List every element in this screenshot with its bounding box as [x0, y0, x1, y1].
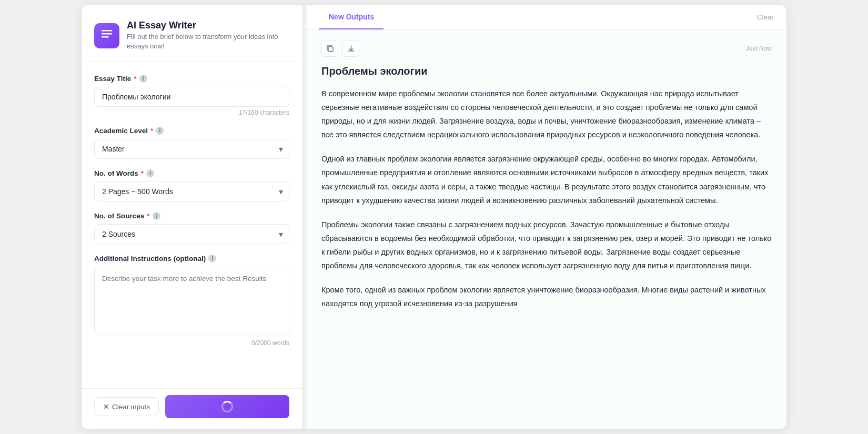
svg-rect-0 — [102, 30, 112, 32]
essay-paragraph-1: В современном мире проблемы экологии ста… — [321, 87, 772, 142]
no-of-sources-label: No. of Sources* i — [94, 212, 289, 220]
form-area: Essay Title* i 17/160 characters Academi… — [82, 62, 302, 388]
svg-rect-3 — [328, 47, 333, 52]
essay-title-char-count: 17/160 characters — [94, 109, 289, 116]
no-of-sources-select[interactable]: 1 Source 2 Sources 3 Sources 4 Sources 5… — [94, 224, 289, 244]
additional-instructions-info-icon[interactable]: i — [208, 255, 216, 263]
app-subtitle: Fill out the brief below to transform yo… — [127, 32, 289, 51]
academic-level-select-wrapper: High School Undergraduate Master PhD ▾ — [94, 139, 289, 159]
svg-rect-2 — [102, 36, 109, 38]
additional-instructions-word-count: 0/2000 words — [94, 339, 289, 347]
essay-title-info-icon[interactable]: i — [139, 75, 147, 83]
academic-level-group: Academic Level* i High School Undergradu… — [94, 127, 289, 159]
app-container: AI Essay Writer Fill out the brief below… — [82, 5, 786, 429]
essay-output-title: Проблемы экологии — [321, 65, 772, 77]
app-title: AI Essay Writer — [127, 20, 289, 31]
app-icon-symbol — [100, 27, 114, 44]
essay-paragraph-2: Одной из главных проблем экологии являет… — [321, 152, 772, 207]
app-icon — [94, 23, 119, 48]
output-timestamp: Just Now — [746, 45, 772, 52]
clear-output-button[interactable]: Clear — [757, 9, 774, 25]
essay-title-group: Essay Title* i 17/160 characters — [94, 75, 289, 116]
no-of-words-info-icon[interactable]: i — [146, 169, 154, 177]
output-card-header: Just Now — [321, 40, 772, 57]
no-of-sources-group: No. of Sources* i 1 Source 2 Sources 3 S… — [94, 212, 289, 244]
essay-title-label: Essay Title* i — [94, 75, 289, 83]
no-of-words-select-wrapper: 1 Page ~ 250 Words 2 Pages ~ 500 Words 3… — [94, 181, 289, 201]
essay-title-input[interactable] — [94, 87, 289, 107]
additional-instructions-textarea[interactable] — [94, 267, 289, 335]
tabs-left: New Outputs — [319, 5, 383, 29]
clear-inputs-button[interactable]: ✕ Clear inputs — [94, 397, 159, 416]
left-panel: AI Essay Writer Fill out the brief below… — [82, 5, 302, 429]
panel-divider — [302, 5, 307, 429]
tab-new-outputs[interactable]: New Outputs — [319, 5, 383, 29]
app-title-block: AI Essay Writer Fill out the brief below… — [127, 20, 289, 51]
form-footer: ✕ Clear inputs — [82, 388, 302, 429]
output-content: Just Now Проблемы экологии В современном… — [307, 29, 786, 429]
app-header: AI Essay Writer Fill out the brief below… — [82, 5, 302, 62]
no-of-words-group: No. of Words* i 1 Page ~ 250 Words 2 Pag… — [94, 169, 289, 201]
essay-paragraph-4: Кроме того, одной из важных проблем экол… — [321, 283, 772, 310]
additional-instructions-label: Additional Instructions (optional) i — [94, 255, 289, 263]
x-icon: ✕ — [103, 402, 109, 411]
academic-level-select[interactable]: High School Undergraduate Master PhD — [94, 139, 289, 159]
loading-spinner — [221, 401, 233, 412]
no-of-words-select[interactable]: 1 Page ~ 250 Words 2 Pages ~ 500 Words 3… — [94, 181, 289, 201]
right-panel: New Outputs Clear — [307, 5, 786, 429]
additional-instructions-group: Additional Instructions (optional) i 0/2… — [94, 255, 289, 347]
generate-button[interactable] — [165, 395, 289, 418]
svg-rect-1 — [102, 33, 112, 35]
no-of-sources-select-wrapper: 1 Source 2 Sources 3 Sources 4 Sources 5… — [94, 224, 289, 244]
output-card: Just Now Проблемы экологии В современном… — [307, 29, 786, 336]
academic-level-label: Academic Level* i — [94, 127, 289, 135]
copy-button[interactable] — [321, 40, 338, 57]
card-actions — [321, 40, 359, 57]
no-of-words-label: No. of Words* i — [94, 169, 289, 177]
output-tabs-bar: New Outputs Clear — [307, 5, 786, 29]
download-button[interactable] — [342, 40, 359, 57]
academic-level-info-icon[interactable]: i — [156, 127, 164, 135]
no-of-sources-info-icon[interactable]: i — [153, 212, 160, 220]
essay-paragraph-3: Проблемы экологии также связаны с загряз… — [321, 218, 772, 272]
